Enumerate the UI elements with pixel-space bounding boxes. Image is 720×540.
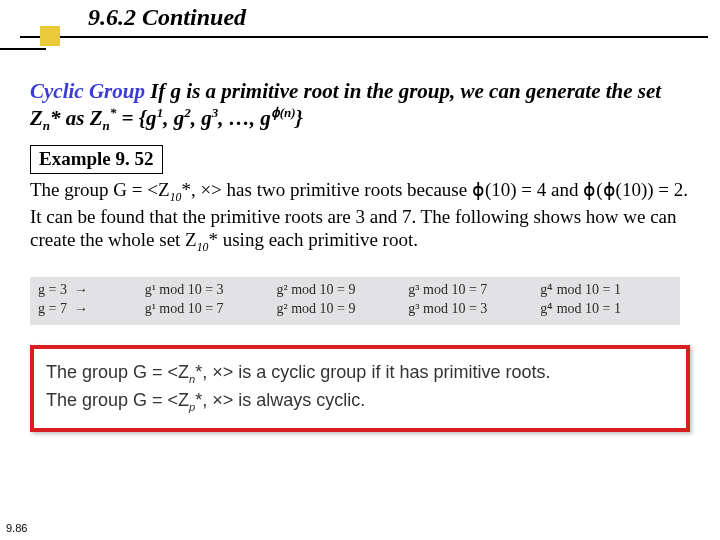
accent-square-icon (40, 26, 60, 46)
table-cell: g³ mod 10 = 3 (408, 300, 540, 319)
table-cell: g¹ mod 10 = 7 (145, 300, 277, 319)
powers-table: g = 3 → g¹ mod 10 = 3 g² mod 10 = 9 g³ m… (30, 277, 680, 325)
table-row: g = 7 → g¹ mod 10 = 7 g² mod 10 = 9 g³ m… (38, 300, 672, 319)
row-lead: g = 7 → (38, 300, 145, 319)
row-lead: g = 3 → (38, 281, 145, 300)
example-text: The group G = <Z10*, ×> has two primitiv… (30, 178, 692, 255)
header-rule (20, 36, 708, 38)
table-cell: g⁴ mod 10 = 1 (540, 281, 672, 300)
example-badge: Example 9. 52 (30, 145, 163, 174)
table-cell: g² mod 10 = 9 (276, 300, 408, 319)
slide-content: Cyclic Group If g is a primitive root in… (0, 48, 720, 432)
table-cell: g⁴ mod 10 = 1 (540, 300, 672, 319)
callout-line-1: The group G = <Zn*, ×> is a cyclic group… (46, 359, 674, 387)
slide-title: 9.6.2 Continued (88, 4, 720, 31)
red-callout: The group G = <Zn*, ×> is a cyclic group… (30, 345, 690, 432)
slide-header: 9.6.2 Continued (0, 0, 720, 48)
table-cell: g¹ mod 10 = 3 (145, 281, 277, 300)
table-cell: g² mod 10 = 9 (276, 281, 408, 300)
cyclic-definition: Cyclic Group If g is a primitive root in… (30, 78, 692, 135)
table-cell: g³ mod 10 = 7 (408, 281, 540, 300)
rule-stub (0, 48, 46, 50)
callout-line-2: The group G = <Zp*, ×> is always cyclic. (46, 387, 674, 415)
page-number: 9.86 (6, 522, 27, 534)
table-row: g = 3 → g¹ mod 10 = 3 g² mod 10 = 9 g³ m… (38, 281, 672, 300)
cyclic-lead: Cyclic Group (30, 79, 145, 103)
